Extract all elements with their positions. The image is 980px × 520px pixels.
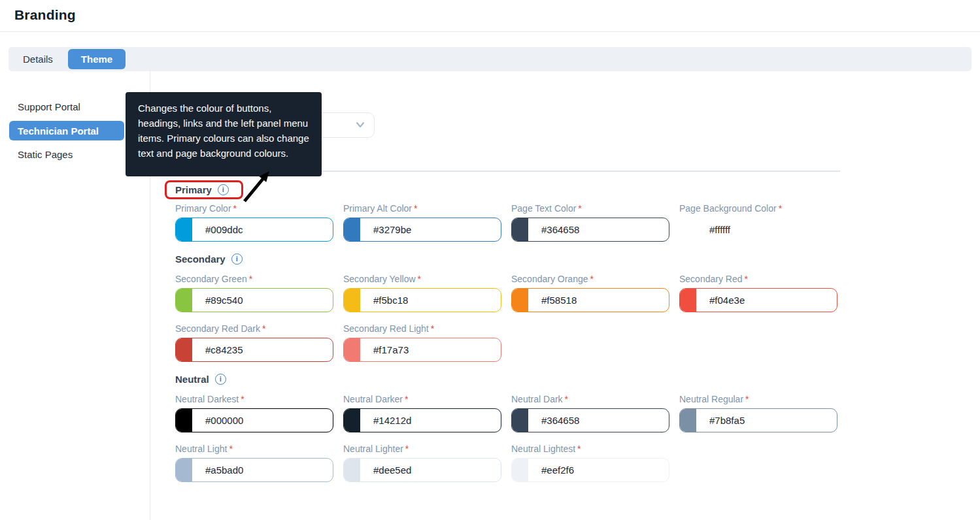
color-input[interactable]: #c84235 (175, 338, 333, 362)
color-value: #364658 (541, 415, 579, 426)
color-field-neutral-light: Neutral Light* #a5bad0 (175, 444, 343, 482)
page-title: Branding (14, 7, 76, 23)
field-label: Page Background Color* (679, 203, 847, 214)
field-label: Secondary Orange* (511, 274, 679, 284)
required-marker: * (262, 323, 265, 334)
color-swatch (680, 409, 696, 432)
color-input[interactable]: #f04e3e (679, 288, 837, 312)
color-value: #ffffff (709, 224, 730, 235)
color-input[interactable]: #a5bad0 (175, 458, 333, 482)
required-marker: * (405, 444, 409, 454)
field-label: Neutral Lighter* (343, 444, 511, 454)
color-input[interactable]: #3279be (343, 218, 501, 242)
field-label: Secondary Red Dark* (175, 323, 343, 334)
color-value: #7b8fa5 (709, 415, 745, 426)
sidebar-item-static-pages[interactable]: Static Pages (18, 149, 73, 160)
color-swatch (344, 338, 360, 361)
required-marker: * (745, 394, 749, 404)
field-label: Page Text Color* (511, 203, 679, 214)
color-swatch (680, 218, 696, 241)
color-input[interactable]: #364658 (511, 408, 669, 432)
color-input[interactable]: #ffffff (679, 218, 837, 242)
field-label: Neutral Light* (175, 444, 343, 454)
tab-theme[interactable]: Theme (68, 49, 126, 69)
info-icon[interactable]: i (231, 253, 243, 265)
required-marker: * (779, 203, 782, 214)
color-value: #009ddc (205, 224, 243, 235)
color-swatch (344, 409, 360, 432)
color-field-page-text-color: Page Text Color* #364658 (511, 203, 679, 242)
field-label: Neutral Darker* (343, 394, 511, 404)
color-input[interactable]: #f17a73 (343, 338, 501, 362)
color-field-neutral-lightest: Neutral Lightest* #eef2f6 (511, 444, 679, 482)
color-field-neutral-darkest: Neutral Darkest* #000000 (175, 394, 343, 432)
color-input[interactable]: #89c540 (175, 288, 333, 312)
sidebar-item-technician-portal[interactable]: Technician Portal (9, 121, 124, 140)
required-marker: * (431, 323, 434, 334)
color-field-primary-color: Primary Color* #009ddc (175, 203, 343, 242)
color-field-neutral-dark: Neutral Dark* #364658 (511, 394, 679, 432)
tab-details[interactable]: Details (23, 54, 53, 65)
color-field-page-background-color: Page Background Color* #ffffff (679, 203, 847, 242)
field-label: Neutral Lightest* (511, 444, 679, 454)
color-input[interactable]: #eef2f6 (511, 458, 669, 482)
sidebar-item-support-portal[interactable]: Support Portal (18, 101, 80, 112)
required-marker: * (233, 203, 237, 214)
color-field-primary-alt-color: Primary Alt Color* #3279be (343, 203, 511, 242)
field-label: Secondary Yellow* (343, 274, 511, 284)
color-value: #f58518 (541, 295, 577, 306)
section-primary-title: Primary (175, 184, 212, 195)
color-value: #89c540 (205, 295, 243, 306)
color-swatch (176, 218, 192, 241)
color-field-secondary-orange: Secondary Orange* #f58518 (511, 274, 679, 312)
color-value: #dee5ed (373, 464, 411, 476)
section-neutral: Neutral i Neutral Darkest* #000000 Neutr… (175, 374, 894, 482)
color-swatch (512, 289, 528, 312)
color-input[interactable]: #364658 (511, 218, 669, 242)
section-secondary-header: Secondary i (175, 253, 243, 265)
info-icon[interactable]: i (215, 374, 226, 385)
color-field-neutral-lighter: Neutral Lighter* #dee5ed (343, 444, 511, 482)
theme-color-form: Primary i Primary Color* #009ddc Primary… (175, 180, 894, 482)
color-value: #eef2f6 (541, 464, 574, 476)
color-field-secondary-green: Secondary Green* #89c540 (175, 274, 343, 312)
field-label: Neutral Dark* (511, 394, 679, 404)
required-marker: * (229, 444, 232, 454)
field-label: Primary Alt Color* (343, 203, 511, 214)
color-input[interactable]: #f58518 (511, 288, 669, 312)
branding-page: Branding Details Theme Support Portal Te… (0, 0, 980, 520)
chevron-down-icon (356, 122, 365, 128)
info-icon[interactable]: i (218, 184, 229, 195)
color-swatch (176, 459, 192, 481)
color-swatch (512, 459, 528, 481)
color-input[interactable]: #000000 (175, 408, 333, 432)
color-swatch (176, 289, 192, 312)
color-field-secondary-red-light: Secondary Red Light* #f17a73 (343, 323, 511, 362)
section-secondary-title: Secondary (175, 253, 226, 265)
page-header: Branding (0, 0, 980, 32)
color-swatch (176, 338, 192, 361)
section-neutral-title: Neutral (175, 374, 209, 385)
color-input[interactable]: #009ddc (175, 218, 333, 242)
color-value: #a5bad0 (205, 464, 243, 476)
color-value: #000000 (205, 415, 243, 426)
field-label: Neutral Regular* (679, 394, 847, 404)
color-value: #14212d (373, 415, 411, 426)
color-swatch (512, 409, 528, 432)
annotation-arrow-icon (239, 166, 273, 205)
info-tooltip: Changes the colour of buttons, headings,… (126, 92, 322, 176)
color-input[interactable]: #14212d (343, 408, 501, 432)
section-primary: Primary i Primary Color* #009ddc Primary… (175, 180, 894, 242)
color-input[interactable]: #dee5ed (343, 458, 501, 482)
required-marker: * (565, 394, 568, 404)
color-input[interactable]: #f5bc18 (343, 288, 501, 312)
color-field-secondary-red-dark: Secondary Red Dark* #c84235 (175, 323, 343, 362)
color-field-neutral-darker: Neutral Darker* #14212d (343, 394, 511, 432)
color-input[interactable]: #7b8fa5 (679, 408, 837, 432)
color-swatch (344, 289, 360, 312)
primary-fields-grid: Primary Color* #009ddc Primary Alt Color… (175, 203, 894, 242)
field-label: Neutral Darkest* (175, 394, 343, 404)
neutral-fields-grid: Neutral Darkest* #000000 Neutral Darker*… (175, 394, 894, 482)
color-swatch (680, 289, 696, 312)
field-label: Secondary Green* (175, 274, 343, 284)
